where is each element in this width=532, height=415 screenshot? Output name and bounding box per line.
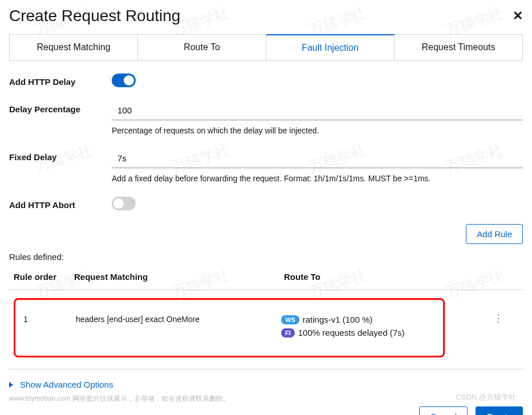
cancel-button[interactable]: Cancel xyxy=(419,406,468,415)
delay-percentage-help: Percentage of requests on which the dela… xyxy=(112,126,523,135)
close-icon[interactable]: ✕ xyxy=(513,9,523,23)
advanced-options-label: Show Advanced Options xyxy=(20,380,113,389)
route-ws-text: ratings-v1 (100 %) xyxy=(303,315,373,324)
add-http-abort-toggle[interactable] xyxy=(112,197,136,210)
tab-request-timeouts[interactable]: Request Timeouts xyxy=(395,35,523,60)
kebab-menu-icon[interactable]: ⋮ xyxy=(484,312,513,324)
tabs-container: Request Matching Route To Fault Injectio… xyxy=(9,34,523,61)
page-title: Create Request Routing xyxy=(9,7,180,25)
route-fi-text: 100% requests delayed (7s) xyxy=(298,328,405,337)
rules-defined-label: Rules defined: xyxy=(9,252,523,262)
delay-percentage-input[interactable] xyxy=(112,101,523,120)
add-http-delay-label: Add HTTP Delay xyxy=(9,74,112,87)
add-http-delay-toggle[interactable] xyxy=(112,74,136,87)
col-request-matching: Request Matching xyxy=(74,272,284,282)
fi-badge: FI xyxy=(281,328,295,337)
delay-percentage-label: Delay Percentage xyxy=(9,101,112,114)
caret-right-icon xyxy=(9,382,13,388)
tab-fault-injection[interactable]: Fault Injection xyxy=(266,34,395,60)
add-rule-button[interactable]: Add Rule xyxy=(466,224,523,244)
col-rule-order: Rule order xyxy=(14,272,74,282)
fixed-delay-help: Add a fixed delay before forwarding the … xyxy=(112,174,523,183)
ws-badge: WS xyxy=(281,315,299,324)
col-route-to: Route To xyxy=(284,272,494,282)
add-http-abort-label: Add HTTP Abort xyxy=(9,197,112,210)
csdn-watermark: CSDN @万猫学社 xyxy=(456,392,516,402)
table-row: 1 headers [end-user] exact OneMore WS ra… xyxy=(9,290,523,365)
fixed-delay-input[interactable] xyxy=(112,149,523,168)
rule-match-value: headers [end-user] exact OneMore xyxy=(76,315,281,324)
fixed-delay-label: Fixed Delay xyxy=(9,149,112,162)
tab-route-to[interactable]: Route To xyxy=(138,35,266,60)
footnote-text: www.toymoban.com 网络图片仅供展示，非存储，如有侵权请联系删除。 xyxy=(9,394,230,404)
rule-order-value: 1 xyxy=(20,315,76,324)
tab-request-matching[interactable]: Request Matching xyxy=(10,35,138,60)
rules-table-header: Rule order Request Matching Route To xyxy=(9,272,523,290)
create-button[interactable]: Create xyxy=(476,406,523,415)
